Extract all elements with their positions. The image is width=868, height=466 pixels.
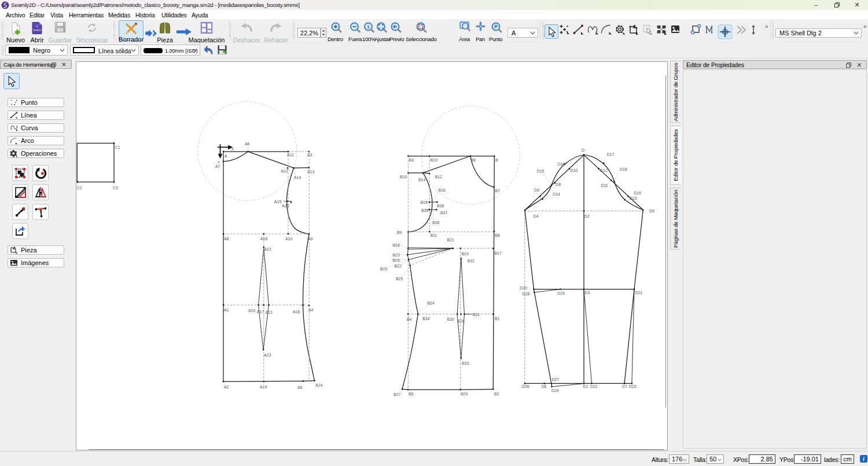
svg-text:D2: D2 [584,214,590,218]
svg-text:B15: B15 [421,200,428,204]
svg-text:B31: B31 [473,313,480,317]
svg-text:A20: A20 [248,309,255,313]
svg-text:B10: B10 [400,175,407,179]
svg-text:D4: D4 [534,214,539,218]
svg-text:B34: B34 [422,317,429,321]
svg-text:C2: C2 [77,186,82,190]
svg-text:B13: B13 [431,158,437,162]
svg-text:B8: B8 [495,233,500,237]
svg-text:Y: Y [218,160,220,164]
svg-text:A8: A8 [224,237,229,241]
svg-text:B29: B29 [461,392,468,396]
svg-text:B37: B37 [440,211,447,215]
svg-text:B5: B5 [409,392,414,396]
svg-text:D18: D18 [620,167,627,171]
svg-text:D1: D1 [583,384,589,388]
svg-text:B30: B30 [447,317,454,321]
svg-text:D23: D23 [629,384,637,388]
svg-text:D27: D27 [552,377,560,381]
svg-text:B17: B17 [495,251,502,255]
svg-text:1: 1 [367,24,370,30]
svg-text:D22: D22 [590,384,598,388]
svg-text:A3: A3 [307,153,312,157]
svg-text:D16: D16 [558,162,565,166]
svg-text:B35: B35 [421,208,428,212]
svg-text:D19: D19 [634,191,641,195]
svg-text:B38: B38 [437,204,444,208]
svg-text:D11: D11 [601,184,608,188]
svg-text:B23: B23 [393,253,400,257]
svg-text:B32: B32 [468,259,475,263]
svg-text:D17: D17 [606,152,614,156]
svg-text:B25: B25 [396,277,403,281]
svg-text:A5: A5 [297,386,303,390]
svg-text:A13: A13 [307,170,314,174]
svg-text:A23: A23 [264,353,271,357]
svg-text:B24: B24 [428,301,435,305]
svg-text:B19: B19 [462,252,469,256]
svg-text:P: P [494,24,498,30]
svg-text:D15: D15 [537,169,545,173]
svg-text:D: D [582,148,584,152]
svg-text:A4: A4 [308,308,314,312]
svg-text:B9: B9 [397,230,402,234]
svg-text:B14: B14 [418,178,425,182]
svg-text:C1: C1 [115,145,120,149]
svg-text:B27: B27 [393,392,400,397]
svg-text:A2: A2 [224,385,229,389]
svg-text:A14: A14 [294,175,301,179]
svg-text:A1: A1 [224,308,229,312]
svg-text:B4: B4 [407,317,412,321]
svg-text:A11: A11 [287,153,294,157]
svg-text:X: X [231,147,234,151]
svg-text:A12: A12 [281,169,288,173]
svg-text:B36: B36 [432,221,439,225]
svg-text:A21: A21 [266,310,273,314]
svg-text:B28: B28 [457,319,464,323]
svg-text:☰: ☰ [36,24,39,28]
svg-text:D7: D7 [622,384,627,388]
svg-text:A24: A24 [315,383,322,387]
svg-text:D3: D3 [585,291,590,295]
svg-text:A: A [225,154,227,158]
svg-text:D5: D5 [649,209,654,213]
svg-text:A22: A22 [264,247,271,251]
svg-text:B22: B22 [395,264,402,268]
svg-text:D13: D13 [630,196,637,200]
svg-text:D28: D28 [523,292,530,296]
svg-text:D12: D12 [600,168,608,173]
svg-text:B11: B11 [431,233,437,237]
svg-text:A15: A15 [274,200,281,204]
svg-text:SM2D: SM2D [33,28,41,32]
svg-text:A25: A25 [282,204,289,208]
svg-text:B21: B21 [447,238,454,242]
svg-text:D10: D10 [571,168,578,173]
svg-text:B12: B12 [435,175,442,179]
svg-text:B18: B18 [393,243,400,247]
svg-text:D6: D6 [542,384,547,388]
svg-text:D29: D29 [558,291,565,295]
svg-text:A6: A6 [245,142,250,146]
svg-text:D9: D9 [534,188,539,192]
svg-text:B20: B20 [380,267,387,271]
svg-text:A18: A18 [260,237,267,241]
svg-text:A10: A10 [285,237,292,241]
svg-text:B6: B6 [471,158,476,162]
svg-text:A9: A9 [308,237,313,241]
svg-text:B1: B1 [495,317,500,321]
svg-text:B3: B3 [409,158,414,162]
svg-text:B7: B7 [495,189,501,193]
svg-text:B: B [495,158,498,162]
svg-text:D20: D20 [520,286,527,290]
svg-text:D24: D24 [551,388,559,392]
svg-text:B16: B16 [439,188,446,192]
svg-text:B2: B2 [494,392,499,396]
svg-text:B33: B33 [462,361,469,365]
svg-text:A7: A7 [215,164,220,168]
svg-text:A17: A17 [257,310,264,314]
svg-text:D21: D21 [635,291,643,295]
svg-text:B26: B26 [393,258,400,262]
svg-text:C3: C3 [113,186,118,190]
svg-text:D8: D8 [556,182,561,186]
svg-text:A16: A16 [293,310,300,314]
